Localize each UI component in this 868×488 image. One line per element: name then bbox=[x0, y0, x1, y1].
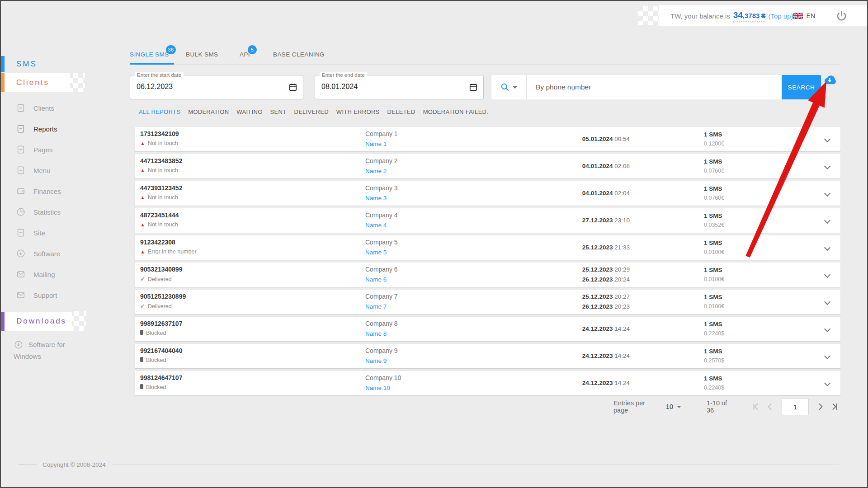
table-row: 447393123452 Not in touch Company 3 Name… bbox=[135, 181, 840, 206]
filter-with-errors[interactable]: WITH ERRORS bbox=[336, 108, 380, 115]
filter-waiting[interactable]: WAITING bbox=[236, 108, 262, 115]
filter-sent[interactable]: SENT bbox=[270, 108, 287, 115]
language-switcher[interactable]: EN bbox=[793, 12, 815, 19]
search-type-select[interactable] bbox=[491, 75, 527, 99]
client-name-link[interactable]: Name 10 bbox=[365, 385, 390, 391]
last-page-button[interactable] bbox=[830, 401, 840, 412]
chevron-down-icon[interactable] bbox=[824, 163, 830, 169]
sidebar-item-clients[interactable]: Clients bbox=[1, 98, 105, 118]
search-button[interactable]: SEARCH bbox=[782, 75, 821, 99]
client-name-link[interactable]: Name 6 bbox=[365, 276, 387, 283]
logout-power-button[interactable] bbox=[835, 10, 848, 22]
sms-count: 1 SMS 0.2570$ bbox=[704, 344, 724, 368]
sidebar-item-site[interactable]: Site bbox=[1, 222, 105, 243]
price: 0.2240$ bbox=[704, 383, 724, 393]
send-dates: 24.12.2023 14:24 bbox=[582, 371, 630, 395]
current-page-input[interactable] bbox=[782, 398, 809, 415]
client-name-link[interactable]: Name 9 bbox=[365, 357, 387, 364]
company-name: Company 5 bbox=[365, 239, 398, 246]
client-name-link[interactable]: Name 2 bbox=[365, 168, 387, 174]
phone-number: 905321340899 bbox=[140, 266, 182, 273]
client-name-link[interactable]: Name 7 bbox=[365, 303, 387, 310]
filter-all-reports[interactable]: ALL REPORTS bbox=[139, 108, 180, 115]
search-input[interactable] bbox=[527, 75, 782, 99]
chevron-down-icon[interactable] bbox=[824, 299, 830, 305]
phone-number: 447123483852 bbox=[140, 157, 182, 164]
entries-per-page-select[interactable]: 10 bbox=[666, 403, 681, 410]
filter-moderation[interactable]: MODERATION bbox=[188, 108, 229, 115]
sidebar-group-clients[interactable]: Clients bbox=[1, 73, 70, 92]
sidebar-item-support[interactable]: Support bbox=[1, 285, 105, 305]
sms-count: 1 SMS 0.2240$ bbox=[704, 371, 724, 395]
currency-symbol: ₴ bbox=[761, 12, 765, 19]
sms-count: 1 SMS 0.0352€ bbox=[704, 208, 724, 233]
sms-count: 1 SMS 0.2240$ bbox=[704, 317, 724, 341]
power-icon bbox=[835, 10, 848, 22]
sms-count: 1 SMS 0.0100€ bbox=[704, 263, 724, 287]
status: Not in touch bbox=[140, 221, 178, 228]
chevron-down-icon[interactable] bbox=[824, 244, 830, 251]
status: Not in touch bbox=[140, 140, 178, 146]
sidebar-item-software[interactable]: Software bbox=[1, 243, 105, 264]
sidebar-item-pages[interactable]: Pages bbox=[1, 139, 105, 160]
phone-number: 998912637107 bbox=[140, 320, 182, 327]
filter-moderation-failed[interactable]: MODERATION FAILED. bbox=[423, 108, 489, 115]
table-row: 48723451444 Not in touch Company 4 Name … bbox=[135, 208, 840, 233]
table-row: 447123483852 Not in touch Company 2 Name… bbox=[135, 154, 840, 178]
tab-bulk-sms[interactable]: BULK SMS bbox=[186, 51, 218, 58]
status: Blocked bbox=[140, 384, 166, 390]
price: 0.0760€ bbox=[704, 193, 724, 203]
sidebar-group-downloads[interactable]: Downloads bbox=[1, 312, 72, 331]
filter-deleted[interactable]: DELETED bbox=[387, 108, 415, 115]
sms-accent-bar bbox=[1, 56, 5, 72]
copyright: Copyright © 2008-2024 bbox=[19, 461, 839, 468]
client-name-link[interactable]: Name 1 bbox=[365, 141, 387, 147]
client-name-link[interactable]: Name 3 bbox=[365, 195, 387, 202]
clients-checker-decoration bbox=[68, 73, 85, 92]
first-page-button[interactable] bbox=[750, 401, 761, 412]
previous-page-button[interactable] bbox=[764, 401, 775, 412]
phone-number: 9051251230899 bbox=[140, 293, 186, 300]
status: Delivered bbox=[140, 303, 172, 310]
status-label: Delivered bbox=[148, 276, 172, 282]
active-tab-underline bbox=[130, 63, 174, 65]
status-icon bbox=[140, 140, 145, 146]
sidebar-group-sms[interactable]: SMS bbox=[1, 56, 105, 72]
sidebar-item-finances[interactable]: Finances bbox=[1, 181, 105, 202]
tab-base-cleaning[interactable]: BASE CLEANING bbox=[273, 51, 325, 58]
balance-amount[interactable]: 34 ,3783 ₴ bbox=[733, 10, 766, 22]
client-name-link[interactable]: Name 8 bbox=[365, 330, 387, 337]
status-icon bbox=[140, 249, 145, 255]
sidebar-item-reports[interactable]: Reports bbox=[1, 118, 105, 139]
calendar-icon[interactable] bbox=[469, 83, 478, 94]
tab-api[interactable]: API 5 bbox=[240, 51, 250, 58]
start-date-field[interactable]: Enter the start date 06.12.2023 bbox=[130, 75, 303, 99]
top-up-link[interactable]: (Top up) bbox=[768, 12, 793, 20]
status-icon bbox=[140, 221, 145, 228]
end-date-field[interactable]: Enter the end date 08.01.2024 bbox=[315, 75, 484, 99]
chevron-down-icon[interactable] bbox=[824, 353, 830, 359]
filter-delivered[interactable]: DELIVERED bbox=[294, 108, 328, 115]
chevron-down-icon[interactable] bbox=[824, 380, 830, 386]
chevron-down-icon[interactable] bbox=[824, 190, 830, 197]
sidebar-item-statistics[interactable]: Statistics bbox=[1, 202, 105, 222]
calendar-icon[interactable] bbox=[288, 83, 297, 94]
chevron-down-icon[interactable] bbox=[824, 217, 830, 224]
download-report-button[interactable] bbox=[821, 74, 838, 89]
chevron-down-icon[interactable] bbox=[824, 136, 830, 142]
sidebar-item-mailing[interactable]: Mailing bbox=[1, 264, 105, 285]
status: Not in touch bbox=[140, 194, 178, 201]
sidebar-item-software-for-windows[interactable]: Software for Windows bbox=[14, 339, 90, 362]
chevron-down-icon[interactable] bbox=[824, 272, 830, 278]
next-page-button[interactable] bbox=[815, 401, 826, 412]
send-dates: 05.01.2024 00:54 bbox=[582, 127, 630, 151]
client-name-link[interactable]: Name 5 bbox=[365, 249, 387, 256]
search-icon bbox=[500, 83, 509, 92]
tab-single-sms[interactable]: SINGLE SMS 36 bbox=[130, 51, 169, 58]
document-icon bbox=[16, 228, 26, 238]
sidebar-item-menu[interactable]: Menu bbox=[1, 160, 105, 181]
chevron-down-icon[interactable] bbox=[824, 326, 830, 332]
pagination: Entries per page 10 1-10 of 36 bbox=[602, 396, 840, 417]
table-row: 17312342109 Not in touch Company 1 Name … bbox=[135, 127, 840, 151]
client-name-link[interactable]: Name 4 bbox=[365, 222, 387, 229]
